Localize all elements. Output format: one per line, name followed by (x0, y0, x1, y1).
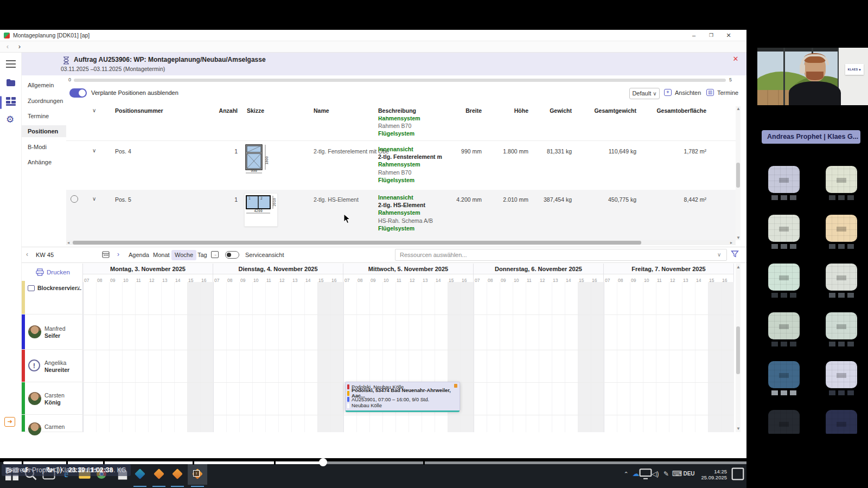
resource-row-block[interactable]: Blockreservier... ∨ (22, 281, 83, 314)
default-view-dropdown[interactable]: Default ∨ (629, 88, 660, 99)
table-row-partial[interactable]: Rahmensystem Rahmen B70 Flügelsystem (378, 117, 487, 140)
goto-date-icon[interactable]: → (211, 251, 219, 258)
minimize-button[interactable]: – (687, 31, 701, 40)
speaker-body (789, 81, 841, 105)
participant-tile (817, 312, 866, 350)
rewind-10-button[interactable]: ↺10 (22, 465, 29, 474)
participant-tile (760, 264, 808, 301)
resource-row-angelika[interactable]: ! Angelika Neureiter (22, 350, 83, 382)
termine-icon[interactable]: ▥ (706, 89, 714, 96)
sidebar-item-allgemein[interactable]: Allgemein (22, 79, 66, 91)
anzahl-value: 1 (216, 196, 238, 203)
volume-button[interactable]: ◁)) (52, 465, 62, 473)
avatar (28, 325, 41, 338)
event-tooltip: Podolski, Neubau KöllePodolski, 53474 Ba… (345, 382, 460, 411)
mouse-cursor (343, 214, 350, 224)
chevron-down-icon[interactable]: ∨ (717, 252, 721, 258)
col-beschreibung[interactable]: Beschreibung (378, 106, 416, 115)
klaes-app-icon-1[interactable] (133, 467, 146, 480)
col-gesamtgewicht[interactable]: Gesamtgewicht (577, 106, 636, 115)
col-name[interactable]: Name (314, 106, 329, 115)
notification-center-icon[interactable] (731, 467, 744, 480)
hourglass-icon (63, 56, 69, 65)
col-gewicht[interactable]: Gewicht (523, 106, 572, 115)
window-sketch-pos5-card: 12 2010 4200 (244, 193, 278, 227)
col-breite[interactable]: Breite (438, 106, 482, 115)
window-title: Montageplanung [DDK01] [ap] (13, 32, 90, 38)
participant-grid (760, 166, 866, 434)
projects-folder-icon[interactable] (6, 79, 16, 87)
collapse-all-icon[interactable]: ∨ (92, 107, 96, 113)
sidebar-item-bmodi[interactable]: B-Modi (22, 141, 66, 153)
sidebar-item-termine[interactable]: Termine (22, 110, 66, 122)
col-anzahl[interactable]: Anzahl (216, 106, 238, 115)
close-button[interactable]: ✕ (722, 31, 736, 40)
app-icon (4, 33, 10, 38)
table-horizontal-scrollbar[interactable]: ◂ ▸ (66, 240, 736, 245)
avatar (28, 392, 41, 405)
participant-tile (817, 215, 866, 253)
resource-row-manfred[interactable]: Manfred Seifer (22, 314, 83, 350)
resource-row-carmen[interactable]: Carmen (22, 415, 83, 432)
printer-icon[interactable] (36, 268, 44, 276)
resource-select-input[interactable] (395, 249, 727, 261)
play-button[interactable]: ▷ (7, 465, 13, 475)
day-header-monday: Montag, 3. November 2025 (83, 264, 213, 274)
row-radio-button[interactable] (71, 195, 78, 203)
next-week-icon[interactable]: › (117, 251, 119, 258)
ansichten-icon[interactable]: + (664, 89, 672, 96)
position-range-slider[interactable] (74, 79, 726, 82)
event-bar[interactable] (346, 410, 459, 412)
sidebar-item-zuordnungen[interactable]: Zuordnungen (22, 95, 66, 107)
pos-description: Innenansicht 2-tlg. Fensterelement m Rah… (378, 145, 442, 184)
filter-icon[interactable] (731, 250, 739, 258)
sidebar-item-anhaenge[interactable]: Anhänge (22, 156, 66, 168)
pos-description: Innenansicht 2-tlg. HS-Element Rahmensys… (378, 194, 433, 232)
calendar-icon[interactable] (102, 251, 110, 258)
service-view-toggle[interactable] (225, 251, 239, 259)
klaes-app-icon-3[interactable] (171, 467, 184, 480)
language-indicator[interactable]: DEU (682, 467, 695, 480)
calendar-vertical-scrollbar[interactable]: ▲ ▼ (736, 264, 741, 432)
hamburger-menu-icon[interactable] (6, 58, 16, 70)
klaes-app-icon-active[interactable]: ↑ (191, 467, 204, 480)
ansichten-button[interactable]: Ansichten (675, 89, 701, 96)
col-skizze[interactable]: Skizze (247, 106, 264, 115)
resource-row-carsten[interactable]: Carsten König (22, 382, 83, 415)
view-tab-monat[interactable]: Monat (150, 250, 173, 260)
nav-back-icon[interactable]: ‹ (3, 42, 12, 51)
row-expand-icon[interactable]: ∨ (92, 147, 96, 153)
pos-number: Pos. 4 (115, 147, 131, 155)
print-button[interactable]: Drucken (47, 269, 70, 275)
col-positionsnummer[interactable]: Positionsnummer (115, 106, 163, 115)
view-tab-woche[interactable]: Woche (171, 250, 196, 260)
klaes-logo: KLAES ◈ (845, 64, 864, 75)
chevron-down-icon[interactable]: ∨ (76, 285, 80, 291)
row-expand-icon[interactable]: ∨ (92, 196, 96, 202)
positions-grid-icon[interactable] (6, 97, 16, 106)
settings-gear-icon[interactable]: ⚙ (6, 114, 14, 125)
participant-tile (760, 410, 808, 434)
nav-forward-icon[interactable]: › (15, 42, 24, 51)
day-header-friday: Freitag, 7. November 2025 (604, 264, 734, 274)
prev-week-icon[interactable]: ‹ (26, 251, 28, 258)
view-tab-tag[interactable]: Tag (194, 250, 210, 260)
view-tab-agenda[interactable]: Agenda (125, 250, 152, 260)
table-vertical-scrollbar[interactable]: ▲ ▼ (736, 106, 741, 240)
hide-planned-toggle[interactable] (69, 88, 87, 98)
klaes-app-icon-2[interactable] (152, 467, 165, 480)
col-hoehe[interactable]: Höhe (485, 106, 528, 115)
termine-button[interactable]: Termine (717, 89, 738, 96)
close-order-icon[interactable]: ✕ (731, 55, 740, 63)
sidebar-item-positionen[interactable]: Positionen (22, 125, 66, 137)
col-gesamtoberflaeche[interactable]: Gesamtoberfläche (641, 106, 706, 115)
taskbar-clock[interactable]: 14:25 25.09.2025 (697, 468, 727, 480)
svg-text:2: 2 (260, 196, 263, 201)
week-field[interactable]: KW 45 (36, 252, 54, 258)
keyboard-icon[interactable]: ⌨ (671, 467, 684, 480)
block-reservation-icon (28, 285, 35, 291)
playhead-handle[interactable] (319, 458, 327, 466)
maximize-button[interactable]: ❐ (704, 31, 718, 40)
export-icon[interactable]: ➜ (4, 417, 15, 427)
participant-tile (760, 361, 808, 399)
